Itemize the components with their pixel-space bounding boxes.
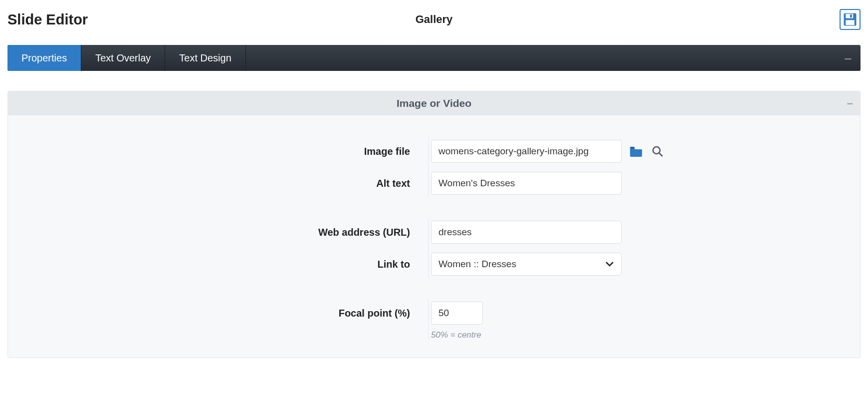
panel-collapse-button[interactable]: – [847, 97, 853, 110]
panel-body: Image file [8, 115, 860, 358]
tab-spacer [246, 45, 836, 71]
header-actions [491, 9, 861, 30]
tab-text-overlay[interactable]: Text Overlay [81, 45, 165, 71]
chevron-down-icon [605, 259, 614, 270]
label-alt-text: Alt text [8, 178, 419, 189]
link-to-value: Women :: Dresses [438, 259, 516, 270]
preview-button[interactable] [651, 144, 664, 158]
panel-image-or-video: Image or Video – Image file [7, 91, 861, 358]
image-file-input[interactable] [431, 140, 622, 163]
header: Slide Editor Gallery [0, 0, 868, 45]
row-group-focal: Focal point (%) 50% = centre [8, 297, 860, 340]
row-group-link: Web address (URL) Link to Women :: Dress… [8, 216, 860, 280]
panel-title: Image or Video [397, 97, 471, 109]
svg-rect-2 [850, 14, 852, 17]
web-address-input[interactable] [431, 221, 622, 244]
label-link-to: Link to [8, 259, 419, 270]
save-button[interactable] [840, 9, 861, 30]
label-image-file: Image file [8, 146, 419, 157]
tab-text-design[interactable]: Text Design [165, 45, 246, 71]
row-image-file: Image file [8, 135, 860, 167]
row-link-to: Link to Women :: Dresses [8, 248, 860, 280]
svg-line-5 [659, 153, 663, 157]
link-to-select[interactable]: Women :: Dresses [431, 253, 622, 276]
svg-rect-1 [846, 14, 853, 18]
focal-point-hint: 50% = centre [419, 330, 860, 340]
floppy-disk-icon [843, 12, 858, 27]
tabbar-collapse-button[interactable]: – [836, 45, 861, 71]
label-focal-point: Focal point (%) [8, 308, 419, 319]
label-web-address: Web address (URL) [8, 227, 419, 238]
page-title: Slide Editor [7, 11, 377, 28]
alt-text-input[interactable] [431, 172, 622, 195]
magnifier-icon [651, 145, 663, 157]
row-web-address: Web address (URL) [8, 216, 860, 248]
focal-point-input[interactable] [431, 302, 483, 325]
svg-rect-3 [846, 20, 855, 25]
browse-button[interactable] [629, 144, 643, 158]
svg-point-4 [653, 147, 660, 154]
tab-properties[interactable]: Properties [7, 45, 81, 71]
panel-header: Image or Video – [8, 91, 860, 115]
row-group-image: Image file [8, 135, 860, 199]
tab-bar: Properties Text Overlay Text Design – [7, 45, 861, 71]
folder-icon [630, 146, 643, 157]
page-subtitle: Gallery [416, 13, 453, 26]
row-alt-text: Alt text [8, 167, 860, 199]
row-focal-point: Focal point (%) [8, 297, 860, 329]
